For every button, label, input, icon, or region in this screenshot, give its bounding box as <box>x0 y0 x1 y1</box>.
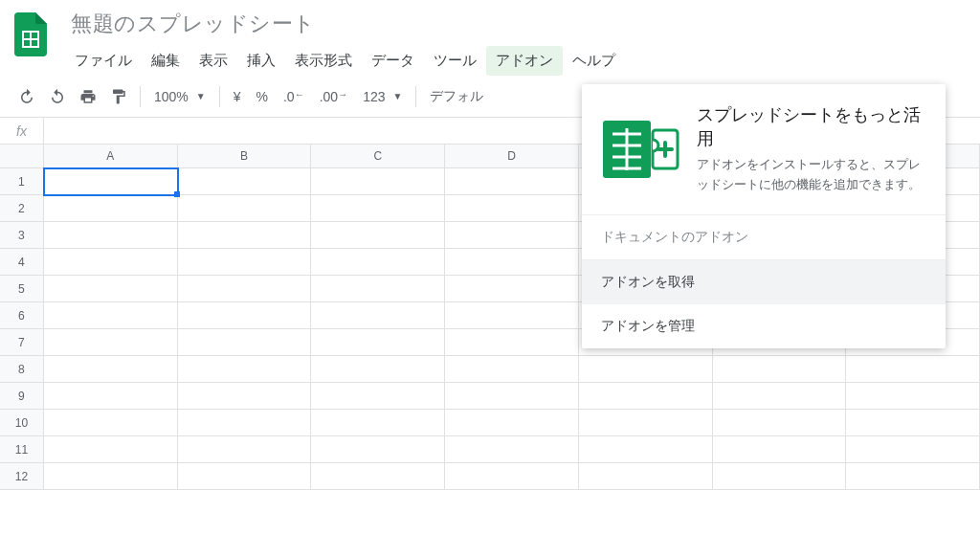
cell[interactable] <box>445 195 579 222</box>
increase-decimal-button[interactable]: .00→ <box>312 89 355 104</box>
cell[interactable] <box>44 329 178 356</box>
row-header[interactable]: 4 <box>0 249 44 276</box>
cell[interactable] <box>445 463 579 490</box>
cell[interactable] <box>579 356 713 383</box>
cell[interactable] <box>178 410 312 436</box>
cell[interactable] <box>713 463 847 490</box>
cell[interactable] <box>44 410 178 436</box>
cell[interactable] <box>178 276 312 302</box>
row-header[interactable]: 1 <box>0 168 44 195</box>
document-title[interactable]: 無題のスプレッドシート <box>65 8 969 40</box>
menu-tools[interactable]: ツール <box>424 46 486 76</box>
cell[interactable] <box>44 276 178 302</box>
cell[interactable] <box>178 383 312 410</box>
menu-file[interactable]: ファイル <box>65 46 142 76</box>
fx-label[interactable]: fx <box>0 118 44 144</box>
cell[interactable] <box>178 222 312 249</box>
cell[interactable] <box>311 329 445 356</box>
currency-button[interactable]: ¥ <box>226 89 249 104</box>
cell[interactable] <box>579 410 713 436</box>
more-formats-dropdown[interactable]: 123 ▼ <box>355 89 410 104</box>
cell[interactable] <box>846 410 980 436</box>
menu-format[interactable]: 表示形式 <box>285 46 362 76</box>
row-header[interactable]: 8 <box>0 356 44 383</box>
cell[interactable] <box>44 195 178 222</box>
cell[interactable] <box>44 249 178 276</box>
cell[interactable] <box>311 383 445 410</box>
cell[interactable] <box>579 463 713 490</box>
cell[interactable] <box>579 383 713 410</box>
menu-view[interactable]: 表示 <box>189 46 237 76</box>
menu-insert[interactable]: 挿入 <box>237 46 285 76</box>
print-button[interactable] <box>73 82 103 111</box>
cell[interactable] <box>846 383 980 410</box>
cell[interactable] <box>445 436 579 463</box>
get-addons-item[interactable]: アドオンを取得 <box>582 260 946 304</box>
row-header[interactable]: 7 <box>0 329 44 356</box>
row-header[interactable]: 6 <box>0 302 44 329</box>
menu-addons[interactable]: アドオン <box>486 46 563 76</box>
cell[interactable] <box>178 195 312 222</box>
cell[interactable] <box>311 410 445 436</box>
paint-format-button[interactable] <box>103 82 134 111</box>
cell[interactable] <box>846 463 980 490</box>
cell[interactable] <box>44 222 178 249</box>
cell[interactable] <box>178 463 312 490</box>
cell[interactable] <box>44 436 178 463</box>
menu-help[interactable]: ヘルプ <box>563 46 625 76</box>
row-header[interactable]: 10 <box>0 410 44 436</box>
undo-button[interactable] <box>11 82 42 111</box>
column-header[interactable]: B <box>178 145 312 167</box>
decrease-decimal-button[interactable]: .0← <box>276 89 312 104</box>
cell[interactable] <box>846 436 980 463</box>
cell[interactable] <box>311 356 445 383</box>
menu-edit[interactable]: 編集 <box>142 46 189 76</box>
cell[interactable] <box>311 463 445 490</box>
cell[interactable] <box>311 222 445 249</box>
row-header[interactable]: 9 <box>0 383 44 410</box>
cell[interactable] <box>311 168 445 195</box>
cell[interactable] <box>44 356 178 383</box>
cell[interactable] <box>846 356 980 383</box>
cell[interactable] <box>445 168 579 195</box>
cell[interactable] <box>445 249 579 276</box>
menu-data[interactable]: データ <box>362 46 424 76</box>
cell[interactable] <box>178 302 312 329</box>
cell[interactable] <box>311 302 445 329</box>
column-header[interactable]: D <box>445 145 579 167</box>
cell[interactable] <box>311 436 445 463</box>
cell[interactable] <box>713 436 847 463</box>
font-dropdown[interactable]: デフォル <box>422 88 491 105</box>
cell[interactable] <box>445 222 579 249</box>
row-header[interactable]: 11 <box>0 436 44 463</box>
cell[interactable] <box>445 383 579 410</box>
row-header[interactable]: 2 <box>0 195 44 222</box>
cell[interactable] <box>311 276 445 302</box>
cell[interactable] <box>713 356 847 383</box>
cell[interactable] <box>445 356 579 383</box>
column-header[interactable]: C <box>311 145 445 167</box>
cell[interactable] <box>178 168 312 195</box>
cell[interactable] <box>44 383 178 410</box>
percent-button[interactable]: % <box>249 89 276 104</box>
cell[interactable] <box>311 195 445 222</box>
cell-a1[interactable] <box>44 168 178 195</box>
cell[interactable] <box>445 329 579 356</box>
row-header[interactable]: 3 <box>0 222 44 249</box>
row-header[interactable]: 5 <box>0 276 44 302</box>
cell[interactable] <box>178 249 312 276</box>
column-header[interactable]: A <box>44 145 178 167</box>
cell[interactable] <box>713 410 847 436</box>
cell[interactable] <box>713 383 847 410</box>
cell[interactable] <box>178 436 312 463</box>
row-header[interactable]: 12 <box>0 463 44 490</box>
cell[interactable] <box>445 302 579 329</box>
manage-addons-item[interactable]: アドオンを管理 <box>582 304 946 348</box>
cell[interactable] <box>445 276 579 302</box>
select-all-corner[interactable] <box>0 145 44 167</box>
cell[interactable] <box>178 356 312 383</box>
cell[interactable] <box>44 463 178 490</box>
cell[interactable] <box>44 302 178 329</box>
cell[interactable] <box>178 329 312 356</box>
redo-button[interactable] <box>42 82 73 111</box>
